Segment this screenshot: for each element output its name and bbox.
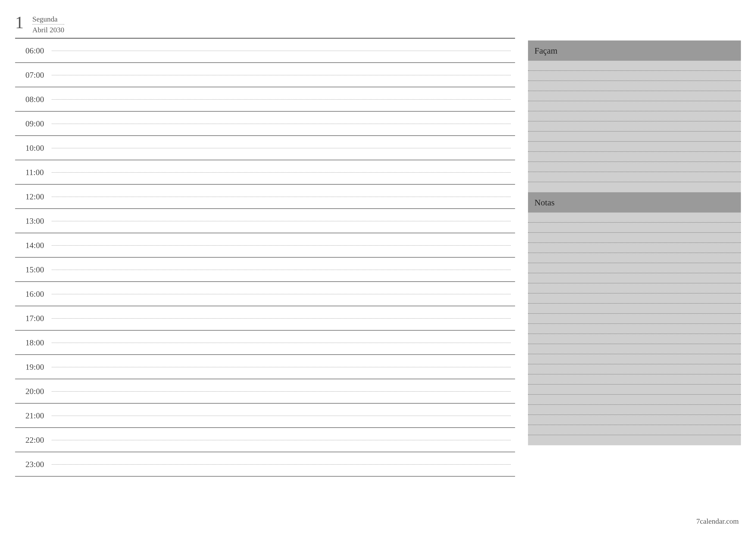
notes-line — [528, 344, 741, 354]
hourly-schedule: 06:0007:0008:0009:0010:0011:0012:0013:00… — [15, 38, 515, 476]
hour-writing-area — [52, 282, 511, 306]
left-column: 1 Segunda Abril 2030 06:0007:0008:0009:0… — [15, 13, 515, 476]
todo-line — [528, 121, 741, 132]
todo-line — [528, 162, 741, 172]
todo-line — [528, 132, 741, 142]
notes-line — [528, 385, 741, 395]
notes-line — [528, 213, 741, 223]
notes-line — [528, 354, 741, 364]
hour-label: 17:00 — [15, 306, 52, 330]
hour-writing-area — [52, 136, 511, 160]
notes-line — [528, 223, 741, 233]
notes-line — [528, 374, 741, 385]
notes-line — [528, 283, 741, 293]
notes-line — [528, 415, 741, 425]
hour-writing-area — [52, 87, 511, 111]
todo-line — [528, 182, 741, 192]
hour-label: 21:00 — [15, 403, 52, 427]
hour-label: 23:00 — [15, 452, 52, 476]
notes-line — [528, 243, 741, 253]
notes-body — [528, 213, 741, 445]
hour-writing-area — [52, 112, 511, 136]
hour-row: 10:00 — [15, 136, 515, 160]
hour-label: 22:00 — [15, 428, 52, 452]
hour-writing-area — [52, 38, 511, 63]
notes-line — [528, 233, 741, 243]
hour-label: 19:00 — [15, 355, 52, 379]
day-number: 1 — [15, 13, 24, 31]
hour-row: 14:00 — [15, 233, 515, 258]
todo-line — [528, 61, 741, 71]
notes-line — [528, 395, 741, 405]
weekday-label: Segunda — [32, 15, 64, 25]
hour-label: 07:00 — [15, 63, 52, 87]
todo-panel: Façam — [528, 40, 741, 192]
todo-header: Façam — [528, 40, 741, 61]
hour-writing-area — [52, 258, 511, 281]
notes-line — [528, 364, 741, 374]
hour-writing-area — [52, 306, 511, 330]
hour-writing-area — [52, 63, 511, 87]
hour-writing-area — [52, 185, 511, 208]
hour-label: 09:00 — [15, 112, 52, 136]
todo-line — [528, 71, 741, 81]
hour-row: 20:00 — [15, 379, 515, 403]
notes-line — [528, 293, 741, 304]
todo-line — [528, 101, 741, 111]
notes-line — [528, 405, 741, 415]
todo-line — [528, 91, 741, 101]
hour-writing-area — [52, 355, 511, 379]
hour-writing-area — [52, 452, 511, 476]
hour-row: 08:00 — [15, 87, 515, 112]
hour-row: 11:00 — [15, 160, 515, 185]
hour-label: 13:00 — [15, 209, 52, 233]
hour-label: 08:00 — [15, 87, 52, 111]
date-header: 1 Segunda Abril 2030 — [15, 13, 515, 38]
hour-row: 09:00 — [15, 112, 515, 136]
notes-line — [528, 304, 741, 314]
hour-row: 15:00 — [15, 258, 515, 282]
hour-label: 14:00 — [15, 233, 52, 257]
hour-label: 18:00 — [15, 331, 52, 354]
notes-line — [528, 263, 741, 273]
notes-line — [528, 273, 741, 283]
todo-line — [528, 111, 741, 121]
notes-line — [528, 324, 741, 334]
hour-writing-area — [52, 160, 511, 184]
hour-writing-area — [52, 428, 511, 452]
day-meta: Segunda Abril 2030 — [32, 13, 64, 34]
hour-row: 19:00 — [15, 355, 515, 379]
hour-row: 22:00 — [15, 428, 515, 452]
hour-label: 06:00 — [15, 38, 52, 63]
hour-writing-area — [52, 403, 511, 427]
hour-row: 07:00 — [15, 63, 515, 87]
notes-line — [528, 425, 741, 435]
todo-line — [528, 142, 741, 152]
hour-label: 20:00 — [15, 379, 52, 403]
hour-row: 16:00 — [15, 282, 515, 306]
hour-row: 21:00 — [15, 403, 515, 428]
hour-writing-area — [52, 209, 511, 233]
month-year-label: Abril 2030 — [32, 26, 64, 34]
notes-line — [528, 314, 741, 324]
notes-line — [528, 253, 741, 263]
notes-line — [528, 435, 741, 445]
hour-writing-area — [52, 331, 511, 354]
footer-site: 7calendar.com — [696, 517, 739, 525]
hour-writing-area — [52, 379, 511, 403]
todo-line — [528, 172, 741, 182]
hour-row: 06:00 — [15, 38, 515, 63]
notes-line — [528, 334, 741, 344]
hour-row: 18:00 — [15, 331, 515, 355]
todo-body — [528, 61, 741, 192]
hour-label: 15:00 — [15, 258, 52, 281]
notes-panel: Notas — [528, 192, 741, 445]
hour-row: 23:00 — [15, 452, 515, 476]
todo-line — [528, 81, 741, 91]
planner-page: 1 Segunda Abril 2030 06:0007:0008:0009:0… — [0, 0, 756, 485]
hour-row: 13:00 — [15, 209, 515, 233]
hour-row: 12:00 — [15, 185, 515, 209]
hour-row: 17:00 — [15, 306, 515, 331]
hour-label: 11:00 — [15, 160, 52, 184]
hour-label: 12:00 — [15, 185, 52, 208]
